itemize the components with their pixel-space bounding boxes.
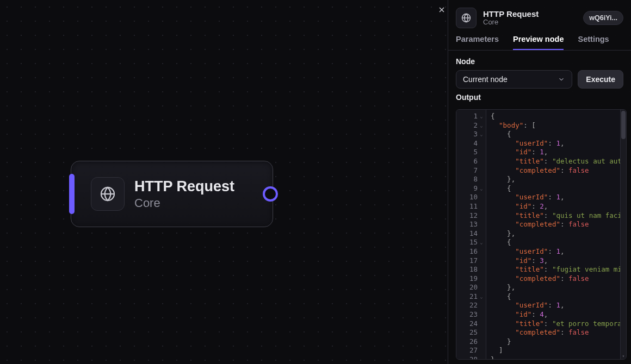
- id-badge[interactable]: wQ6iYi...: [583, 11, 623, 25]
- node-section: Node Current node Execute: [448, 51, 631, 89]
- panel-header-icon: [456, 8, 477, 28]
- output-section: Output 1⌄2⌄3⌄456789⌄101112131415⌄1617181…: [456, 93, 627, 360]
- side-panel: HTTP Request Core wQ6iYi... ParametersPr…: [448, 0, 631, 364]
- tab-settings[interactable]: Settings: [578, 35, 609, 50]
- code-gutter: 1⌄2⌄3⌄456789⌄101112131415⌄161718192021⌄2…: [456, 110, 486, 359]
- node-output-port[interactable]: [263, 186, 278, 202]
- tab-parameters[interactable]: Parameters: [456, 35, 499, 50]
- node-text: HTTP Request Core: [134, 178, 234, 210]
- panel-subtitle: Core: [483, 18, 539, 27]
- scrollbar-vertical[interactable]: ▾: [620, 110, 626, 359]
- chevron-down-icon: [558, 76, 565, 83]
- tab-preview[interactable]: Preview node: [513, 35, 564, 50]
- code-lines: { "body": [ { "userId": 1, "id": 1, "tit…: [486, 110, 626, 359]
- output-label: Output: [456, 93, 627, 102]
- panel-tabs: ParametersPreview nodeSettings: [448, 28, 631, 51]
- panel-title: HTTP Request: [483, 9, 539, 18]
- panel-header: HTTP Request Core wQ6iYi...: [448, 0, 631, 28]
- node-accent: [69, 174, 75, 214]
- output-json-viewer[interactable]: 1⌄2⌄3⌄456789⌄101112131415⌄161718192021⌄2…: [456, 109, 627, 360]
- node-select-row: Current node Execute: [456, 70, 623, 89]
- scroll-down-icon[interactable]: ▾: [621, 354, 626, 359]
- execute-button[interactable]: Execute: [578, 70, 623, 89]
- scrollbar-thumb[interactable]: [621, 111, 626, 139]
- close-panel-button[interactable]: [435, 3, 448, 16]
- globe-icon: [99, 185, 116, 203]
- node-select[interactable]: Current node: [456, 70, 572, 89]
- node-select-value: Current node: [463, 75, 508, 84]
- node-subtitle: Core: [134, 196, 234, 210]
- node-card[interactable]: HTTP Request Core: [71, 161, 273, 227]
- node-title: HTTP Request: [134, 178, 234, 195]
- close-icon: [437, 5, 446, 14]
- node-section-label: Node: [456, 57, 623, 66]
- globe-icon: [461, 12, 472, 23]
- node-icon-wrap: [91, 177, 125, 211]
- panel-header-text: HTTP Request Core: [483, 9, 539, 27]
